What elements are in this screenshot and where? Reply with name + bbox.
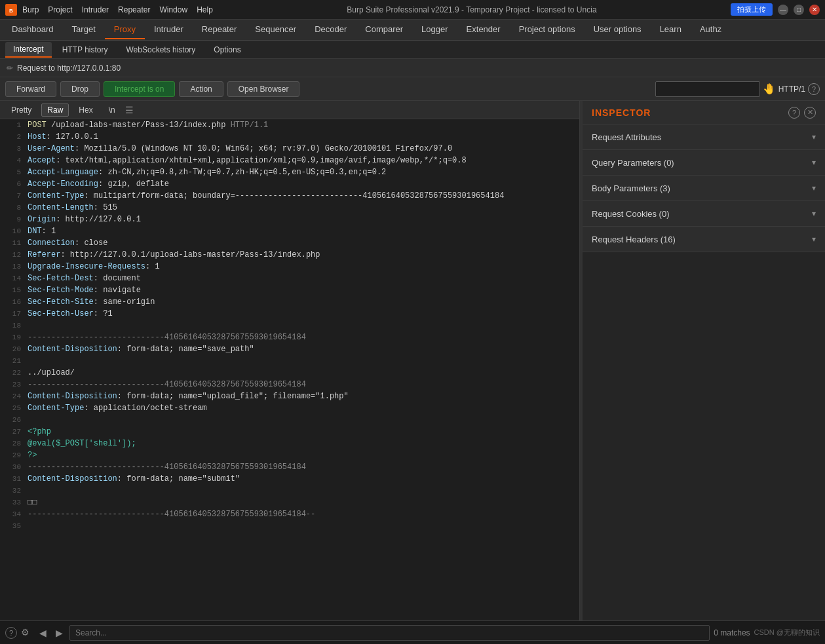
code-line: 25Content-Type: application/octet-stream <box>0 402 579 414</box>
inspector-help-icon[interactable]: ? <box>788 107 800 119</box>
pretty-button[interactable]: Pretty <box>5 104 37 117</box>
inspector-section-query-params: Query Parameters (0) ▾ <box>583 150 825 176</box>
request-url: Request to http://127.0.0.1:80 <box>17 64 121 73</box>
tab-comparer[interactable]: Comparer <box>356 20 412 39</box>
query-params-label: Query Parameters (0) <box>592 158 812 168</box>
window-controls: — □ ✕ <box>778 5 820 15</box>
format-bar: Pretty Raw Hex \n ☰ <box>0 101 579 119</box>
open-browser-button[interactable]: Open Browser <box>227 81 300 97</box>
tab-project-options[interactable]: Project options <box>510 20 585 39</box>
subtab-intercept[interactable]: Intercept <box>5 42 52 58</box>
code-line: 24Content-Disposition: form-data; name="… <box>0 390 579 402</box>
chevron-down-icon-4: ▾ <box>812 209 816 218</box>
code-line: 9Origin: http://127.0.0.1 <box>0 214 579 225</box>
cookies-header[interactable]: Request Cookies (0) ▾ <box>583 201 825 226</box>
inspector-close-icon[interactable]: ✕ <box>804 107 816 119</box>
tab-target[interactable]: Target <box>63 20 105 39</box>
maximize-button[interactable]: □ <box>794 5 804 15</box>
code-line: 7Content-Type: multipart/form-data; boun… <box>0 190 579 202</box>
tab-learn[interactable]: Learn <box>651 20 691 39</box>
tab-logger[interactable]: Logger <box>412 20 457 39</box>
newline-button[interactable]: \n <box>103 104 121 117</box>
line-content: Accept: text/html,application/xhtml+xml,… <box>28 155 577 166</box>
code-line: 34-----------------------------410561640… <box>0 508 579 520</box>
line-content: Origin: http://127.0.0.1 <box>28 214 577 225</box>
code-line: 1POST /upload-labs-master/Pass-13/index.… <box>0 119 579 131</box>
code-line: 12Referer: http://127.0.0.1/upload-labs-… <box>0 249 579 261</box>
question-icon[interactable]: ? <box>5 627 17 639</box>
tab-proxy[interactable]: Proxy <box>105 20 145 39</box>
line-content <box>28 355 577 367</box>
intercept-toggle-button[interactable]: Intercept is on <box>104 81 175 97</box>
headers-header[interactable]: Request Headers (16) ▾ <box>583 227 825 252</box>
tab-user-options[interactable]: User options <box>585 20 651 39</box>
menu-burp[interactable]: Burp <box>22 5 39 14</box>
line-content: ../upload/ <box>28 367 577 379</box>
body-params-header[interactable]: Body Parameters (3) ▾ <box>583 176 825 200</box>
tab-intruder[interactable]: Intruder <box>145 20 193 39</box>
chevron-down-icon-3: ▾ <box>812 183 816 193</box>
line-content: Content-Type: multipart/form-data; bound… <box>28 190 577 202</box>
forward-button[interactable]: Forward <box>5 81 56 97</box>
line-content: ?> <box>28 449 577 461</box>
line-content: POST /upload-labs-master/Pass-13/index.p… <box>28 119 577 131</box>
subtab-options[interactable]: Options <box>206 43 248 57</box>
code-line: 17Sec-Fetch-User: ?1 <box>0 308 579 320</box>
forward-arrow[interactable]: ▶ <box>53 626 66 639</box>
gear-icon[interactable]: ⚙ <box>21 627 33 639</box>
request-attributes-header[interactable]: Request Attributes ▾ <box>583 124 825 149</box>
code-line: 6Accept-Encoding: gzip, deflate <box>0 178 579 190</box>
upload-button[interactable]: 拍摄上传 <box>731 3 773 16</box>
code-line: 13Upgrade-Insecure-Requests: 1 <box>0 261 579 273</box>
line-content: Sec-Fetch-Site: same-origin <box>28 296 577 308</box>
help-icon[interactable]: ? <box>808 83 820 95</box>
line-content: Sec-Fetch-Mode: navigate <box>28 284 577 296</box>
inspector-panel: INSPECTOR ? ✕ Request Attributes ▾ Query… <box>583 101 825 620</box>
search-input[interactable] <box>655 81 760 97</box>
menu-intruder[interactable]: Intruder <box>82 5 109 14</box>
minimize-button[interactable]: — <box>778 5 788 15</box>
status-search-input[interactable] <box>69 625 710 641</box>
close-button[interactable]: ✕ <box>809 5 820 15</box>
raw-button[interactable]: Raw <box>41 104 69 117</box>
inspector-section-request-attributes: Request Attributes ▾ <box>583 124 825 150</box>
line-content <box>28 485 577 497</box>
cookies-label: Request Cookies (0) <box>592 209 812 219</box>
code-editor[interactable]: 1POST /upload-labs-master/Pass-13/index.… <box>0 119 579 620</box>
code-line: 19-----------------------------410561640… <box>0 331 579 343</box>
code-line: 4Accept: text/html,application/xhtml+xml… <box>0 155 579 166</box>
drop-button[interactable]: Drop <box>60 81 100 97</box>
menu-repeater[interactable]: Repeater <box>118 5 150 14</box>
tab-extender[interactable]: Extender <box>457 20 510 39</box>
code-line: 5Accept-Language: zh-CN,zh;q=0.8,zh-TW;q… <box>0 166 579 178</box>
menu-window[interactable]: Window <box>159 5 187 14</box>
chevron-down-icon: ▾ <box>812 132 816 142</box>
code-line: 18 <box>0 320 579 331</box>
line-content: Content-Disposition: form-data; name="sa… <box>28 343 577 355</box>
tab-repeater[interactable]: Repeater <box>193 20 246 39</box>
action-button[interactable]: Action <box>179 81 223 97</box>
query-params-header[interactable]: Query Parameters (0) ▾ <box>583 150 825 175</box>
main-navigation: Dashboard Target Proxy Intruder Repeater… <box>0 20 825 41</box>
csdn-watermark: CSDN @无聊的知识 <box>754 628 820 637</box>
tab-dashboard[interactable]: Dashboard <box>3 20 63 39</box>
code-line: 8Content-Length: 515 <box>0 202 579 214</box>
status-bar: ? ⚙ ◀ ▶ 0 matches CSDN @无聊的知识 <box>0 620 825 644</box>
http-version-label: HTTP/1 <box>778 85 805 94</box>
line-content: Upgrade-Insecure-Requests: 1 <box>28 261 577 273</box>
inspector-section-cookies: Request Cookies (0) ▾ <box>583 201 825 227</box>
tab-sequencer[interactable]: Sequencer <box>246 20 305 39</box>
line-content: Accept-Encoding: gzip, deflate <box>28 178 577 190</box>
menu-help[interactable]: Help <box>197 5 213 14</box>
menu-project[interactable]: Project <box>48 5 72 14</box>
tab-decoder[interactable]: Decoder <box>305 20 356 39</box>
hex-button[interactable]: Hex <box>73 104 98 117</box>
subtab-websockets-history[interactable]: WebSockets history <box>119 43 204 57</box>
line-content: -----------------------------41056164053… <box>28 331 577 343</box>
tab-authz[interactable]: Authz <box>691 20 731 39</box>
line-content: -----------------------------41056164053… <box>28 508 577 520</box>
subtab-http-history[interactable]: HTTP history <box>54 43 116 57</box>
line-content <box>28 520 577 532</box>
menu-icon[interactable]: ☰ <box>125 105 134 115</box>
back-arrow[interactable]: ◀ <box>37 626 49 639</box>
